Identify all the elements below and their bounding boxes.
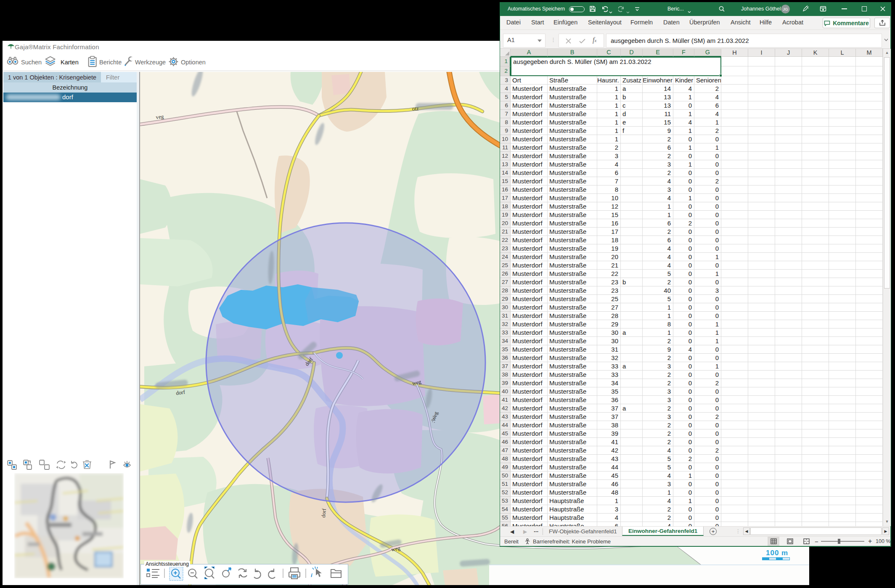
- svg-text:otz: otz: [412, 105, 419, 112]
- svg-text:dorf: dorf: [175, 389, 185, 396]
- svg-text:i: i: [311, 572, 312, 578]
- svg-text:dorf: dorf: [320, 508, 327, 518]
- svg-text:veg: veg: [156, 113, 164, 120]
